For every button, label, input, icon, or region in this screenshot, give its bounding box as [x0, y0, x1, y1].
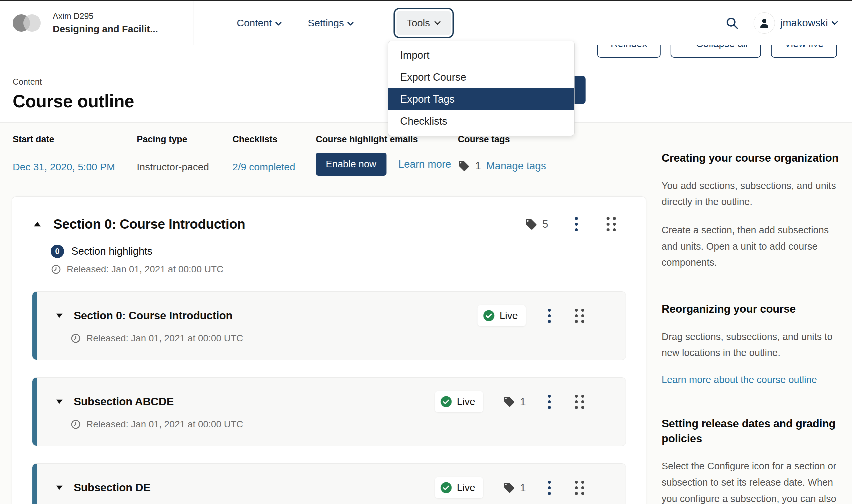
menu-item-export-tags[interactable]: Export Tags: [388, 88, 574, 110]
check-circle-icon: [440, 482, 452, 494]
expand-subsection-button[interactable]: [54, 484, 64, 492]
help-paragraph: Create a section, then add subsections a…: [662, 222, 843, 271]
chevron-down-icon: [275, 21, 282, 26]
pacing-type-label: Pacing type: [137, 134, 232, 145]
subsection-drag-handle[interactable]: [573, 479, 586, 497]
subsection-menu-button[interactable]: [546, 393, 553, 411]
brand: Axim D295 Designing and Facilit...: [0, 1, 193, 45]
highlights-count-badge: 0: [51, 245, 64, 258]
search-button[interactable]: [725, 16, 739, 30]
clock-icon: [51, 264, 61, 275]
status-badge: Live: [435, 477, 483, 498]
checklists-link[interactable]: 2/9 completed: [232, 161, 295, 172]
status-badge: Live: [435, 391, 483, 412]
help-section-reorganizing: Reorganizing your course Drag sections, …: [662, 302, 843, 385]
caret-up-icon: [33, 221, 41, 227]
subsection-card: Section 0: Course Introduction Live Rele…: [32, 291, 626, 360]
chevron-down-icon: [347, 21, 354, 26]
org-logo-icon: [13, 14, 43, 32]
avatar: [753, 12, 775, 34]
subsection-menu-button[interactable]: [546, 479, 553, 497]
divider: [662, 286, 843, 286]
window-edge: [0, 0, 852, 1]
tools-dropdown-menu: Import Export Course Export Tags Checkli…: [388, 41, 574, 136]
subsection-drag-handle[interactable]: [573, 393, 586, 411]
subsection-title: Subsection ABCDE: [74, 395, 174, 408]
help-paragraph: Drag sections, subsections, and units to…: [662, 329, 843, 361]
section-highlights[interactable]: 0 Section highlights: [51, 245, 626, 258]
tag-icon: [525, 218, 537, 231]
checklists-label: Checklists: [232, 134, 316, 145]
nav-content[interactable]: Content: [237, 17, 282, 29]
course-name: Designing and Facilit...: [53, 23, 158, 35]
subsection-released: Released: Jan 01, 2021 at 00:00 UTC: [70, 419, 606, 430]
help-section-release-dates: Setting release dates and grading polici…: [662, 416, 843, 504]
subsection-tag-count[interactable]: 1: [503, 482, 526, 494]
page-title: Course outline: [13, 91, 134, 111]
help-paragraph: Select the Configure icon for a section …: [662, 458, 843, 504]
chevron-down-icon: [434, 21, 441, 25]
menu-item-checklists[interactable]: Checklists: [388, 110, 574, 132]
section-released: Released: Jan 01, 2021 at 00:00 UTC: [51, 264, 626, 275]
nav-settings[interactable]: Settings: [308, 17, 354, 29]
chevron-down-icon: [831, 21, 838, 25]
main-nav: Content Settings Tools: [237, 11, 451, 35]
help-sidebar: Creating your course organization You ad…: [662, 151, 843, 504]
org-name: Axim D295: [53, 11, 158, 21]
tag-icon: [503, 396, 515, 408]
help-heading: Setting release dates and grading polici…: [662, 416, 843, 446]
caret-down-icon: [56, 399, 63, 404]
expand-subsection-button[interactable]: [54, 312, 64, 320]
section-menu-button[interactable]: [573, 215, 580, 233]
menu-item-import[interactable]: Import: [388, 44, 574, 66]
course-outline-card: Section 0: Course Introduction 5 0 Secti…: [12, 196, 646, 504]
section-drag-handle[interactable]: [605, 215, 618, 233]
learn-more-outline-link[interactable]: Learn more about the course outline: [662, 374, 817, 385]
tag-icon: [458, 160, 470, 172]
section-tag-count[interactable]: 5: [525, 218, 548, 231]
check-circle-icon: [440, 396, 452, 408]
course-tags-count: 1: [475, 160, 481, 172]
user-menu[interactable]: jmakowski: [753, 12, 838, 34]
top-nav: Axim D295 Designing and Facilit... Conte…: [0, 1, 852, 45]
person-icon: [758, 17, 770, 29]
search-icon: [725, 16, 739, 30]
enable-now-button[interactable]: Enable now: [316, 153, 387, 176]
check-circle-icon: [483, 310, 495, 322]
nav-tools-button[interactable]: Tools: [396, 11, 450, 35]
clock-icon: [70, 333, 81, 344]
subsection-card: Subsection ABCDE Live 1 Released: J: [32, 377, 626, 446]
clock-icon: [70, 419, 81, 430]
subsection-released: Released: Jan 01, 2021 at 00:00 UTC: [70, 333, 606, 344]
collapse-section-button[interactable]: [32, 220, 43, 228]
caret-down-icon: [56, 313, 63, 318]
status-badge: Live: [478, 305, 526, 326]
help-paragraph: You add sections, subsections, and units…: [662, 178, 843, 210]
divider: [662, 401, 843, 401]
subsection-card: Subsection DE Live 1 Released: Jan: [32, 463, 626, 504]
help-heading: Creating your course organization: [662, 151, 843, 166]
subsection-title: Subsection DE: [74, 481, 150, 494]
learn-more-link[interactable]: Learn more: [398, 158, 451, 170]
expand-subsection-button[interactable]: [54, 398, 64, 406]
username-label: jmakowski: [780, 17, 828, 29]
start-date-link[interactable]: Dec 31, 2020, 5:00 PM: [13, 161, 115, 172]
subsection-title: Section 0: Course Introduction: [74, 309, 232, 322]
start-date-label: Start date: [13, 134, 137, 145]
breadcrumb: Content: [13, 77, 42, 87]
section-header: Section 0: Course Introduction 5: [32, 215, 626, 233]
subsection-drag-handle[interactable]: [573, 307, 586, 325]
tag-icon: [503, 482, 515, 494]
section-title: Section 0: Course Introduction: [53, 217, 245, 232]
caret-down-icon: [56, 485, 63, 490]
course-stats: Start date Dec 31, 2020, 5:00 PM Pacing …: [13, 134, 546, 176]
help-section-organization: Creating your course organization You ad…: [662, 151, 843, 271]
manage-tags-link[interactable]: Manage tags: [486, 160, 546, 172]
menu-item-export-course[interactable]: Export Course: [388, 66, 574, 88]
subsection-tag-count[interactable]: 1: [503, 396, 526, 408]
subsection-menu-button[interactable]: [546, 307, 553, 325]
pacing-type-value: Instructor-paced: [137, 161, 232, 173]
help-heading: Reorganizing your course: [662, 302, 843, 317]
